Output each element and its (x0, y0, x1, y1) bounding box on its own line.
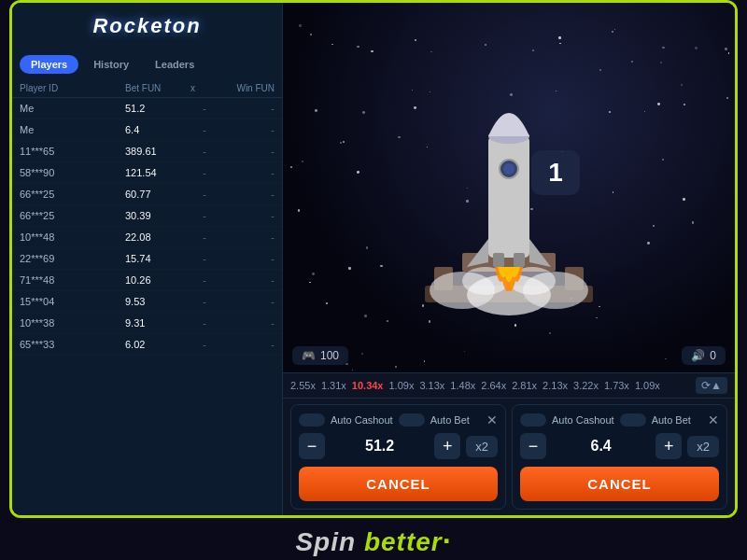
win-cell: - (218, 253, 275, 264)
table-row: 15***04 9.53 - - (12, 291, 282, 313)
tab-leaders[interactable]: Leaders (144, 55, 205, 74)
bet-controls-2: − 6.4 + x2 (520, 433, 719, 459)
x-cell: - (190, 167, 218, 178)
multiplier-value: 2.64x (481, 380, 506, 391)
svg-point-12 (503, 163, 514, 175)
player-id-cell: 11***65 (20, 146, 125, 157)
auto-cashout-toggle-1[interactable] (299, 413, 325, 427)
player-id-cell: 10***38 (20, 317, 125, 329)
table-row: 58***90 121.54 - - (12, 162, 282, 184)
logo: Rocketon (92, 14, 201, 38)
win-cell: - (218, 296, 275, 307)
win-cell: - (218, 274, 275, 286)
table-row: 10***48 22.08 - - (12, 227, 282, 248)
bet-cell: 51.2 (125, 103, 190, 114)
cancel-bet-1-button[interactable]: CANCEL (299, 467, 498, 501)
x-cell: - (190, 296, 218, 307)
left-value: 100 (320, 349, 339, 362)
player-id-cell: 10***48 (20, 231, 125, 243)
auto-cashout-label-2: Auto Cashout (552, 414, 614, 426)
bet-cell: 6.4 (125, 124, 190, 135)
bottom-left-badge: 🎮 100 (292, 346, 348, 365)
tabs-row: Players History Leaders (12, 49, 282, 79)
win-cell: - (218, 189, 275, 200)
multiplier-badge: 1 (531, 150, 580, 195)
auto-cashout-label-1: Auto Cashout (331, 414, 393, 426)
multiplier-value: 10.34x (352, 380, 384, 391)
bet-cell: 60.77 (125, 189, 190, 200)
bet-panel-1: Auto Cashout Auto Bet ✕ − 51.2 + x2 CANC… (290, 404, 506, 510)
table-header: Player ID Bet FUN x Win FUN (12, 79, 282, 98)
bet-cell: 9.31 (125, 317, 190, 329)
multiplier-value: 2.13x (543, 380, 568, 391)
table-row: 71***48 10.26 - - (12, 270, 282, 291)
player-id-cell: 65***33 (20, 339, 125, 350)
col-player-id: Player ID (20, 83, 125, 93)
x-cell: - (190, 103, 218, 114)
tab-history[interactable]: History (82, 55, 140, 74)
multipliers-refresh-button[interactable]: ⟳▲ (696, 377, 727, 394)
multiplier-value: 1.48x (450, 380, 475, 391)
multiplier-value: 1.31x (321, 380, 346, 391)
win-cell: - (218, 146, 275, 157)
bet-panel-1-top: Auto Cashout Auto Bet ✕ (299, 413, 498, 427)
x-cell: - (190, 339, 218, 350)
current-multiplier: 1 (548, 158, 563, 187)
col-win: Win FUN (218, 83, 275, 93)
table-row: Me 6.4 - - (12, 119, 282, 141)
win-cell: - (218, 103, 275, 114)
player-id-cell: 15***04 (20, 296, 125, 307)
x-cell: - (190, 274, 218, 286)
multiplier-value: 1.09x (635, 380, 660, 391)
bet-panel-2-top: Auto Cashout Auto Bet ✕ (520, 413, 719, 427)
auto-cashout-toggle-2[interactable] (520, 413, 546, 427)
multiplier-value: 3.22x (573, 380, 599, 391)
win-cell: - (218, 339, 275, 350)
x-cell: - (190, 253, 218, 264)
bet-cell: 10.26 (125, 274, 190, 286)
bet-cell: 30.39 (125, 210, 190, 221)
player-id-cell: 22***69 (20, 253, 125, 264)
bet-cell: 22.08 (125, 231, 190, 243)
auto-bet-toggle-1[interactable] (399, 413, 425, 427)
game-viewport: 1 🎮 100 🔊 0 (283, 3, 735, 372)
col-x: x (190, 83, 218, 93)
left-panel: Rocketon Players History Leaders Player … (12, 3, 283, 515)
auto-bet-toggle-2[interactable] (620, 413, 646, 427)
x2-bet-1-button[interactable]: x2 (466, 436, 498, 457)
bet-cell: 121.54 (125, 167, 190, 178)
game-icon: 🎮 (302, 349, 316, 362)
table-row: 65***33 6.02 - - (12, 334, 282, 356)
table-row: 10***38 9.31 - - (12, 313, 282, 334)
decrease-bet-2-button[interactable]: − (520, 433, 546, 459)
player-id-cell: 71***48 (20, 274, 125, 286)
player-id-cell: Me (20, 103, 125, 114)
svg-rect-14 (514, 253, 525, 267)
svg-rect-9 (488, 136, 529, 258)
close-panel-1-button[interactable]: ✕ (486, 413, 498, 427)
bottom-brand: Spin better· (9, 518, 738, 560)
bet-cell: 389.61 (125, 146, 190, 157)
x-cell: - (190, 317, 218, 329)
close-panel-2-button[interactable]: ✕ (708, 413, 719, 427)
x-cell: - (190, 210, 218, 221)
bet-controls-1: − 51.2 + x2 (299, 433, 498, 459)
increase-bet-2-button[interactable]: + (655, 433, 682, 459)
x2-bet-2-button[interactable]: x2 (687, 436, 719, 457)
tab-players[interactable]: Players (20, 55, 78, 74)
player-id-cell: 66***25 (20, 189, 125, 200)
game-container: Rocketon Players History Leaders Player … (9, 0, 738, 518)
logo-area: Rocketon (12, 3, 282, 49)
auto-bet-label-1: Auto Bet (430, 414, 470, 426)
auto-bet-label-2: Auto Bet (652, 414, 691, 426)
bet-value-1: 51.2 (331, 438, 429, 455)
decrease-bet-1-button[interactable]: − (299, 433, 325, 459)
player-id-cell: 58***90 (20, 167, 125, 178)
multiplier-value: 2.55x (290, 380, 316, 391)
multiplier-value: 3.13x (419, 380, 444, 391)
x-cell: - (190, 124, 218, 135)
cancel-bet-2-button[interactable]: CANCEL (520, 467, 719, 501)
increase-bet-1-button[interactable]: + (434, 433, 460, 459)
brand-full: Spin better· (295, 524, 451, 558)
player-id-cell: Me (20, 124, 125, 135)
